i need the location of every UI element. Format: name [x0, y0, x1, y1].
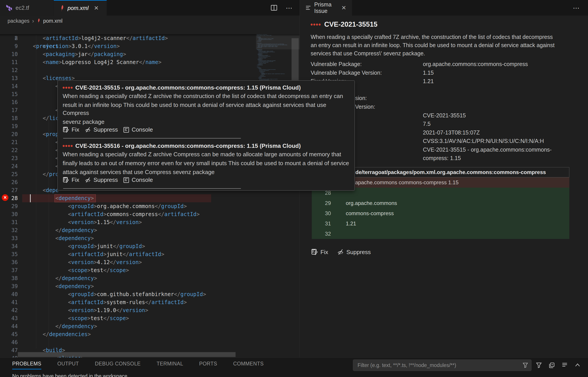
line-number: 21 [0, 138, 18, 146]
line-number: 41 [0, 298, 18, 306]
fix-icon [63, 127, 69, 133]
bottom-panel: PROBLEMSOUTPUTDEBUG CONSOLETERMINALPORTS… [0, 357, 588, 377]
code-text: </lic [43, 114, 59, 122]
diff-added-row: 30commons-compress [312, 210, 569, 221]
console-button[interactable]: Console [123, 126, 153, 133]
code-line[interactable]: 10<packaging>jar</packaging> [0, 50, 300, 58]
close-panel-icon[interactable]: ✕ [587, 361, 588, 369]
code-text: <groupId>junit</groupId> [68, 242, 145, 250]
code-line[interactable]: 46 [0, 338, 300, 346]
code-line[interactable]: 43<scope>test</scope> [0, 314, 300, 322]
editor-tabbar-right: Prisma Issue ✕ ⋯ [300, 0, 588, 16]
suppress-button[interactable]: Suppress [84, 126, 118, 133]
horizontal-scrollbar[interactable] [18, 352, 236, 357]
line-number: 42 [0, 306, 18, 314]
filter-input[interactable] [353, 362, 521, 368]
code-line[interactable]: 32</dependency> [0, 226, 300, 234]
code-line[interactable]: 35<artifactId>junit</artifactId> [0, 250, 300, 258]
suppress-button[interactable]: Suppress [337, 248, 371, 256]
code-line[interactable]: 30<artifactId>commons-compress</artifact… [0, 210, 300, 218]
line-number: 35 [0, 250, 18, 258]
line-number: 47 [0, 346, 18, 354]
code-line[interactable]: 34<groupId>junit</groupId> [0, 242, 300, 250]
code-line[interactable]: 33<dependency> [0, 234, 300, 242]
code-line[interactable]: 12 [0, 66, 300, 74]
filter-funnel-icon[interactable] [521, 361, 529, 369]
code-line[interactable]: ✕28<dependency> [0, 194, 300, 202]
code-line[interactable]: 31<version>1.15</version> [0, 218, 300, 226]
line-number: 27 [0, 186, 18, 194]
sticky-scroll-line[interactable]: 2 <project [0, 26, 300, 34]
line-number: 46 [0, 338, 18, 346]
tab-ec2-tf[interactable]: ec2.tf [0, 0, 54, 16]
fix-button[interactable]: Fix [63, 126, 79, 133]
breadcrumb[interactable]: packages › pom.xml [0, 16, 300, 26]
code-line[interactable]: 44</dependency> [0, 322, 300, 330]
more-actions-icon[interactable]: ⋯ [285, 4, 293, 12]
close-icon[interactable]: ✕ [341, 4, 346, 11]
breadcrumb-file[interactable]: pom.xml [43, 18, 62, 24]
code-line[interactable]: 41<artifactId>system-rules</artifactId> [0, 298, 300, 306]
vscode-window: ec2.tf pom.xml ✕ ⋯ [0, 0, 588, 377]
chevron-right-icon: › [32, 18, 34, 24]
breadcrumb-folder[interactable]: packages [8, 18, 29, 24]
code-text: </dependency> [55, 322, 97, 330]
diff-line-number: 29 [318, 200, 331, 206]
code-text: <artifactId>system-rules</artifactId> [68, 298, 187, 306]
bottom-tab-output[interactable]: OUTPUT [57, 361, 79, 369]
line-number: 19 [0, 122, 18, 130]
field-value: CVSS:3.1/AV:N/AC:L/PR:N/UI:N/S:U/C:N/I:N… [423, 138, 544, 144]
tab-prisma-issue[interactable]: Prisma Issue ✕ [300, 0, 352, 16]
collapse-all-icon[interactable] [548, 361, 555, 369]
split-editor-icon[interactable] [270, 4, 278, 12]
code-line[interactable]: 38</dependency> [0, 274, 300, 282]
severity-dots-icon [63, 87, 73, 89]
occluded-field-label: Version: [355, 104, 375, 110]
line-number: 39 [0, 282, 18, 290]
code-text: <depe [43, 186, 59, 194]
code-text: <dependency> [55, 194, 94, 202]
close-icon[interactable]: ✕ [94, 5, 99, 12]
code-editor[interactable]: 8<artifactId>log4j2-scanner</artifactId>… [0, 26, 300, 357]
bottom-tab-debug-console[interactable]: DEBUG CONSOLE [95, 361, 141, 369]
bottom-tab-ports[interactable]: PORTS [199, 361, 217, 369]
fix-button[interactable]: Fix [63, 177, 79, 183]
hover-action-bar: FixSuppressConsole [63, 126, 350, 133]
suppress-button[interactable]: Suppress [84, 177, 118, 183]
view-as-table-icon[interactable] [561, 361, 568, 369]
suppress-icon [84, 177, 91, 183]
hover-cve-description: When reading a specially crafted Z archi… [63, 92, 350, 100]
code-line[interactable]: 29<groupId>org.apache.commons</groupId> [0, 202, 300, 210]
bottom-tab-terminal[interactable]: TERMINAL [157, 361, 183, 369]
tab-pom-xml[interactable]: pom.xml ✕ [54, 0, 107, 16]
problems-filter[interactable] [353, 359, 531, 371]
more-actions-icon[interactable]: ⋯ [572, 4, 580, 12]
panel-action-bar: Fix Suppress [311, 248, 371, 256]
console-button[interactable]: Console [123, 177, 153, 183]
chevron-up-icon[interactable] [574, 361, 581, 369]
field-value: 1.21 [423, 78, 434, 84]
line-number: 36 [0, 258, 18, 266]
code-line[interactable]: 11<name>Logpresso Log4j2 Scanner</name> [0, 58, 300, 66]
diff-line-text: 1.21 [346, 221, 356, 227]
bottom-tab-comments[interactable]: COMMENTS [233, 361, 264, 369]
fix-icon [63, 177, 69, 183]
bottom-panel-icon-bar: ✕ [535, 359, 588, 371]
code-line[interactable]: 39<dependency> [0, 282, 300, 290]
line-number: 40 [0, 290, 18, 298]
filter-icon[interactable] [535, 361, 543, 369]
code-line[interactable]: 37<scope>test</scope> [0, 266, 300, 274]
code-text: <packaging>jar</packaging> [43, 50, 126, 58]
fix-button[interactable]: Fix [311, 248, 328, 256]
code-line[interactable]: 36<version>4.12</version> [0, 258, 300, 266]
bottom-tab-problems[interactable]: PROBLEMS [12, 361, 41, 369]
vertical-scrollbar[interactable] [292, 38, 299, 81]
code-line[interactable]: 40<groupId>com.github.stefanbirkner</gro… [0, 290, 300, 298]
code-line[interactable]: 45</dependencies> [0, 330, 300, 338]
code-line[interactable]: 42<version>1.19.0</version> [0, 306, 300, 314]
diff-removed-text: apache.commons commons-compress 1.15 [355, 179, 459, 186]
field-label: Vulnerable Package: [311, 61, 362, 67]
field-value: CVE-2021-35515 - org.apache.commons:comm… [423, 146, 552, 153]
diff-added-row: 32 [312, 231, 569, 241]
cve-heading: CVE-2021-35515 [311, 21, 378, 28]
